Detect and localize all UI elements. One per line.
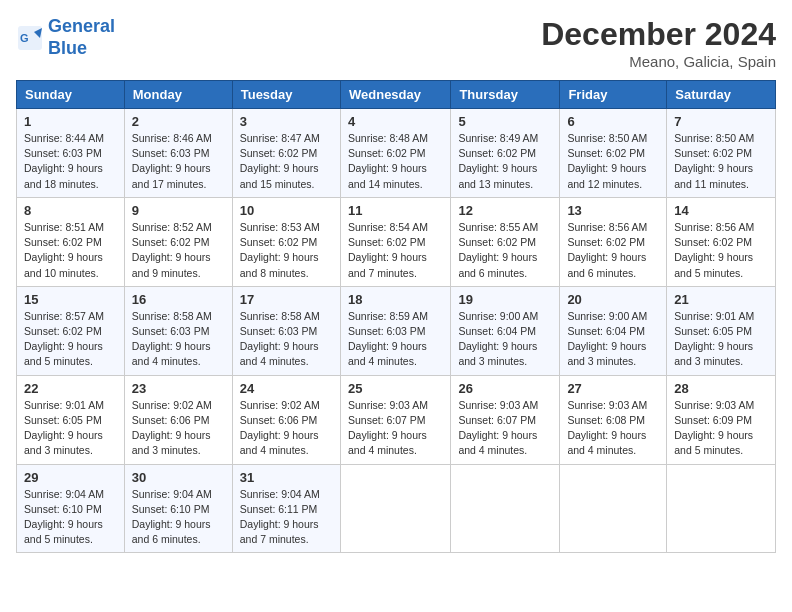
calendar-cell: 18 Sunrise: 8:59 AM Sunset: 6:03 PM Dayl…	[340, 286, 450, 375]
day-info: Sunrise: 8:51 AM Sunset: 6:02 PM Dayligh…	[24, 220, 117, 281]
day-number: 20	[567, 292, 659, 307]
calendar-header-row: SundayMondayTuesdayWednesdayThursdayFrid…	[17, 81, 776, 109]
calendar-cell: 19 Sunrise: 9:00 AM Sunset: 6:04 PM Dayl…	[451, 286, 560, 375]
calendar-week-row: 1 Sunrise: 8:44 AM Sunset: 6:03 PM Dayli…	[17, 109, 776, 198]
weekday-header: Saturday	[667, 81, 776, 109]
day-number: 15	[24, 292, 117, 307]
calendar-cell: 6 Sunrise: 8:50 AM Sunset: 6:02 PM Dayli…	[560, 109, 667, 198]
weekday-header: Thursday	[451, 81, 560, 109]
day-info: Sunrise: 9:04 AM Sunset: 6:10 PM Dayligh…	[24, 487, 117, 548]
day-number: 28	[674, 381, 768, 396]
day-number: 27	[567, 381, 659, 396]
calendar-cell: 3 Sunrise: 8:47 AM Sunset: 6:02 PM Dayli…	[232, 109, 340, 198]
day-info: Sunrise: 9:01 AM Sunset: 6:05 PM Dayligh…	[674, 309, 768, 370]
day-info: Sunrise: 8:44 AM Sunset: 6:03 PM Dayligh…	[24, 131, 117, 192]
day-number: 25	[348, 381, 443, 396]
calendar-cell	[451, 464, 560, 553]
day-info: Sunrise: 8:50 AM Sunset: 6:02 PM Dayligh…	[567, 131, 659, 192]
calendar-cell: 30 Sunrise: 9:04 AM Sunset: 6:10 PM Dayl…	[124, 464, 232, 553]
weekday-header: Sunday	[17, 81, 125, 109]
calendar-cell: 4 Sunrise: 8:48 AM Sunset: 6:02 PM Dayli…	[340, 109, 450, 198]
calendar-cell: 5 Sunrise: 8:49 AM Sunset: 6:02 PM Dayli…	[451, 109, 560, 198]
day-number: 23	[132, 381, 225, 396]
day-info: Sunrise: 9:03 AM Sunset: 6:07 PM Dayligh…	[348, 398, 443, 459]
day-number: 1	[24, 114, 117, 129]
day-number: 30	[132, 470, 225, 485]
day-number: 3	[240, 114, 333, 129]
calendar-cell: 25 Sunrise: 9:03 AM Sunset: 6:07 PM Dayl…	[340, 375, 450, 464]
day-info: Sunrise: 8:58 AM Sunset: 6:03 PM Dayligh…	[132, 309, 225, 370]
day-number: 4	[348, 114, 443, 129]
day-number: 6	[567, 114, 659, 129]
day-info: Sunrise: 9:03 AM Sunset: 6:08 PM Dayligh…	[567, 398, 659, 459]
calendar-cell: 2 Sunrise: 8:46 AM Sunset: 6:03 PM Dayli…	[124, 109, 232, 198]
weekday-header: Tuesday	[232, 81, 340, 109]
day-info: Sunrise: 9:00 AM Sunset: 6:04 PM Dayligh…	[567, 309, 659, 370]
calendar-week-row: 22 Sunrise: 9:01 AM Sunset: 6:05 PM Dayl…	[17, 375, 776, 464]
calendar-cell: 26 Sunrise: 9:03 AM Sunset: 6:07 PM Dayl…	[451, 375, 560, 464]
calendar-cell: 15 Sunrise: 8:57 AM Sunset: 6:02 PM Dayl…	[17, 286, 125, 375]
day-info: Sunrise: 8:46 AM Sunset: 6:03 PM Dayligh…	[132, 131, 225, 192]
calendar-cell: 1 Sunrise: 8:44 AM Sunset: 6:03 PM Dayli…	[17, 109, 125, 198]
day-info: Sunrise: 8:56 AM Sunset: 6:02 PM Dayligh…	[567, 220, 659, 281]
day-number: 29	[24, 470, 117, 485]
day-info: Sunrise: 8:56 AM Sunset: 6:02 PM Dayligh…	[674, 220, 768, 281]
day-number: 12	[458, 203, 552, 218]
day-number: 26	[458, 381, 552, 396]
calendar-cell: 16 Sunrise: 8:58 AM Sunset: 6:03 PM Dayl…	[124, 286, 232, 375]
calendar-cell: 17 Sunrise: 8:58 AM Sunset: 6:03 PM Dayl…	[232, 286, 340, 375]
logo-icon: G	[16, 24, 44, 52]
calendar-cell: 9 Sunrise: 8:52 AM Sunset: 6:02 PM Dayli…	[124, 197, 232, 286]
calendar-table: SundayMondayTuesdayWednesdayThursdayFrid…	[16, 80, 776, 553]
calendar-cell: 8 Sunrise: 8:51 AM Sunset: 6:02 PM Dayli…	[17, 197, 125, 286]
calendar-cell: 12 Sunrise: 8:55 AM Sunset: 6:02 PM Dayl…	[451, 197, 560, 286]
calendar-cell: 11 Sunrise: 8:54 AM Sunset: 6:02 PM Dayl…	[340, 197, 450, 286]
day-number: 14	[674, 203, 768, 218]
day-info: Sunrise: 9:04 AM Sunset: 6:11 PM Dayligh…	[240, 487, 333, 548]
day-info: Sunrise: 8:55 AM Sunset: 6:02 PM Dayligh…	[458, 220, 552, 281]
day-number: 7	[674, 114, 768, 129]
day-info: Sunrise: 9:00 AM Sunset: 6:04 PM Dayligh…	[458, 309, 552, 370]
calendar-cell: 23 Sunrise: 9:02 AM Sunset: 6:06 PM Dayl…	[124, 375, 232, 464]
day-info: Sunrise: 8:54 AM Sunset: 6:02 PM Dayligh…	[348, 220, 443, 281]
day-info: Sunrise: 8:59 AM Sunset: 6:03 PM Dayligh…	[348, 309, 443, 370]
calendar-cell: 29 Sunrise: 9:04 AM Sunset: 6:10 PM Dayl…	[17, 464, 125, 553]
calendar-cell: 7 Sunrise: 8:50 AM Sunset: 6:02 PM Dayli…	[667, 109, 776, 198]
day-number: 18	[348, 292, 443, 307]
page-header: G General Blue December 2024 Meano, Gali…	[16, 16, 776, 70]
day-number: 9	[132, 203, 225, 218]
day-number: 22	[24, 381, 117, 396]
logo-text: General Blue	[48, 16, 115, 59]
day-info: Sunrise: 8:58 AM Sunset: 6:03 PM Dayligh…	[240, 309, 333, 370]
weekday-header: Wednesday	[340, 81, 450, 109]
day-number: 13	[567, 203, 659, 218]
day-info: Sunrise: 9:04 AM Sunset: 6:10 PM Dayligh…	[132, 487, 225, 548]
calendar-cell: 14 Sunrise: 8:56 AM Sunset: 6:02 PM Dayl…	[667, 197, 776, 286]
day-info: Sunrise: 9:03 AM Sunset: 6:09 PM Dayligh…	[674, 398, 768, 459]
day-number: 21	[674, 292, 768, 307]
month-title: December 2024	[541, 16, 776, 53]
logo: G General Blue	[16, 16, 115, 59]
calendar-cell: 24 Sunrise: 9:02 AM Sunset: 6:06 PM Dayl…	[232, 375, 340, 464]
day-number: 31	[240, 470, 333, 485]
day-info: Sunrise: 9:02 AM Sunset: 6:06 PM Dayligh…	[240, 398, 333, 459]
day-number: 11	[348, 203, 443, 218]
day-info: Sunrise: 8:49 AM Sunset: 6:02 PM Dayligh…	[458, 131, 552, 192]
weekday-header: Friday	[560, 81, 667, 109]
day-number: 17	[240, 292, 333, 307]
svg-text:G: G	[20, 32, 29, 44]
calendar-week-row: 15 Sunrise: 8:57 AM Sunset: 6:02 PM Dayl…	[17, 286, 776, 375]
day-number: 16	[132, 292, 225, 307]
day-info: Sunrise: 8:47 AM Sunset: 6:02 PM Dayligh…	[240, 131, 333, 192]
day-info: Sunrise: 8:48 AM Sunset: 6:02 PM Dayligh…	[348, 131, 443, 192]
calendar-cell: 10 Sunrise: 8:53 AM Sunset: 6:02 PM Dayl…	[232, 197, 340, 286]
calendar-cell: 20 Sunrise: 9:00 AM Sunset: 6:04 PM Dayl…	[560, 286, 667, 375]
day-info: Sunrise: 8:50 AM Sunset: 6:02 PM Dayligh…	[674, 131, 768, 192]
title-block: December 2024 Meano, Galicia, Spain	[541, 16, 776, 70]
calendar-cell: 31 Sunrise: 9:04 AM Sunset: 6:11 PM Dayl…	[232, 464, 340, 553]
calendar-week-row: 29 Sunrise: 9:04 AM Sunset: 6:10 PM Dayl…	[17, 464, 776, 553]
day-number: 19	[458, 292, 552, 307]
calendar-cell: 22 Sunrise: 9:01 AM Sunset: 6:05 PM Dayl…	[17, 375, 125, 464]
day-number: 2	[132, 114, 225, 129]
day-number: 8	[24, 203, 117, 218]
